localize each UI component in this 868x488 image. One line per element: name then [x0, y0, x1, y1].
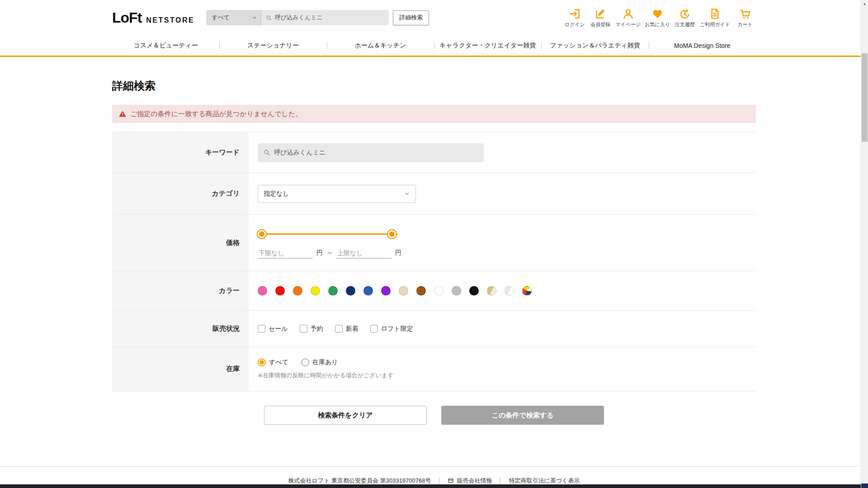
- user-menu-cart[interactable]: カート: [734, 8, 756, 28]
- nav-item[interactable]: コスメ＆ビューティー: [112, 35, 219, 56]
- color-swatch-green[interactable]: [328, 286, 338, 296]
- footer-link-company-info[interactable]: 販売会社情報: [448, 477, 492, 485]
- price-separator: ～: [326, 249, 333, 257]
- stock-row: 在庫 すべて 在庫あり ※在庫情報の反映に時間がかかる場合がございます: [112, 347, 756, 391]
- header-search-field[interactable]: [261, 10, 389, 25]
- checkbox-label: ロフト限定: [381, 325, 413, 333]
- no-results-alert: ご指定の条件に一致する商品が見つかりませんでした。: [112, 105, 756, 123]
- color-label: カラー: [112, 271, 249, 310]
- checkbox-icon: [258, 325, 265, 333]
- user-menu-mypage[interactable]: マイページ: [615, 8, 641, 28]
- register-icon: [594, 8, 607, 20]
- checkbox-label: セール: [269, 325, 288, 333]
- category-select[interactable]: 指定なし: [258, 185, 416, 203]
- keyword-input[interactable]: [274, 149, 478, 156]
- user-menu: ログイン 会員登録 マイページ お気に入り 注文履歴 ご利用ガイド カート: [564, 8, 756, 28]
- price-label: 価格: [112, 215, 249, 271]
- status-checkbox-新着[interactable]: 新着: [335, 325, 359, 333]
- warning-icon: [118, 110, 127, 118]
- nav-item[interactable]: ファッション＆バラエティ雑貨: [541, 35, 648, 56]
- user-menu-history[interactable]: 注文履歴: [674, 8, 696, 28]
- user-menu-label: ログイン: [565, 21, 585, 28]
- status-checkbox-セール[interactable]: セール: [258, 325, 288, 333]
- search-category-select[interactable]: すべて: [206, 10, 261, 25]
- header-search-bar: すべて 詳細検索: [206, 10, 429, 25]
- search-category-value: すべて: [212, 14, 230, 22]
- color-swatch-yellow[interactable]: [311, 286, 320, 296]
- radio-icon: [301, 358, 309, 366]
- price-slider-max-handle[interactable]: [388, 230, 396, 238]
- color-swatch-blue[interactable]: [363, 286, 373, 296]
- price-slider-track: [258, 233, 398, 235]
- color-swatch-silver[interactable]: [505, 286, 514, 296]
- keyword-field[interactable]: [258, 143, 484, 162]
- search-icon: [263, 149, 270, 156]
- user-menu-label: ご利用ガイド: [700, 21, 730, 28]
- price-range-slider[interactable]: [258, 229, 398, 239]
- scrollbar-up-arrow[interactable]: ▲: [861, 0, 868, 7]
- scrollbar-corner: [861, 483, 868, 488]
- search-submit-button[interactable]: この条件で検索する: [441, 406, 604, 425]
- user-menu-label: 会員登録: [590, 21, 610, 28]
- nav-item[interactable]: MoMA Design Store: [649, 35, 756, 56]
- stock-note: ※在庫情報の反映に時間がかかる場合がございます: [258, 371, 756, 380]
- price-min-input[interactable]: [258, 248, 313, 258]
- checkbox-icon: [370, 325, 378, 333]
- color-swatch-gold[interactable]: [487, 286, 496, 296]
- color-swatch-white[interactable]: [434, 286, 443, 296]
- detail-search-button[interactable]: 詳細検索: [393, 10, 429, 25]
- price-unit-label: 円: [316, 249, 323, 257]
- footer-link-tokushoho[interactable]: 特定商取引法に基づく表示: [509, 477, 580, 485]
- user-menu-login[interactable]: ログイン: [564, 8, 585, 28]
- radio-icon: [258, 358, 266, 366]
- scrollbar-thumb[interactable]: [862, 53, 868, 142]
- user-menu-guide[interactable]: ご利用ガイド: [700, 8, 730, 28]
- chevron-down-icon: [252, 15, 257, 20]
- nav-item[interactable]: ホーム＆キッチン: [327, 35, 434, 56]
- color-swatch-pink[interactable]: [258, 286, 267, 296]
- clear-conditions-button[interactable]: 検索条件をクリア: [264, 406, 427, 425]
- checkbox-label: 予約: [311, 325, 323, 333]
- radio-label: すべて: [269, 358, 288, 366]
- category-select-value: 指定なし: [264, 190, 289, 198]
- checkbox-icon: [335, 325, 343, 333]
- loft-logo[interactable]: LoFt NETSTORE: [112, 9, 194, 26]
- color-swatch-black[interactable]: [469, 286, 479, 296]
- price-unit-label: 円: [395, 249, 401, 257]
- page-title: 詳細検索: [112, 79, 756, 93]
- price-slider-min-handle[interactable]: [258, 230, 266, 238]
- color-swatch-navy[interactable]: [346, 286, 355, 296]
- stock-radio-在庫あり[interactable]: 在庫あり: [301, 358, 338, 366]
- nav-item[interactable]: キャラクター・クリエイター雑貨: [434, 35, 541, 56]
- stock-options: すべて 在庫あり: [258, 358, 756, 366]
- price-max-input[interactable]: [336, 248, 392, 258]
- nav-item[interactable]: ステーショナリー: [219, 35, 326, 56]
- sales-status-row: 販売状況 セール 予約 新着 ロフト限定: [112, 311, 756, 347]
- color-swatch-brown[interactable]: [416, 286, 426, 296]
- logo-loft-text: LoFt: [112, 9, 142, 26]
- stock-radio-すべて[interactable]: すべて: [258, 358, 288, 366]
- color-swatch-purple[interactable]: [381, 286, 391, 296]
- logo-netstore-text: NETSTORE: [146, 16, 194, 24]
- checkbox-icon: [300, 325, 307, 333]
- status-checkbox-予約[interactable]: 予約: [300, 325, 323, 333]
- bottom-dark-bar: [0, 484, 868, 488]
- history-icon: [679, 8, 691, 20]
- status-checkbox-ロフト限定[interactable]: ロフト限定: [370, 325, 413, 333]
- price-inputs: 円 ～ 円: [258, 248, 756, 258]
- scrollbar[interactable]: ▲: [861, 0, 868, 488]
- color-swatch-orange[interactable]: [293, 286, 302, 296]
- color-swatch-red[interactable]: [275, 286, 285, 296]
- user-menu-label: マイページ: [615, 21, 641, 28]
- color-swatch-multicolor[interactable]: [522, 286, 532, 296]
- user-menu-favorite[interactable]: お気に入り: [645, 8, 670, 28]
- category-label: カテゴリ: [112, 173, 249, 214]
- header-search-input[interactable]: [275, 14, 384, 21]
- user-menu-register[interactable]: 会員登録: [590, 8, 611, 28]
- favorite-icon: [651, 8, 664, 20]
- main-content: 詳細検索 ご指定の条件に一致する商品が見つかりませんでした。 キーワード カテゴ…: [112, 57, 756, 425]
- color-swatch-beige[interactable]: [399, 286, 408, 296]
- color-swatch-gray[interactable]: [452, 286, 461, 296]
- stock-label: 在庫: [112, 347, 249, 391]
- footer-company-text: 株式会社ロフト 東京都公安委員会 第303319700768号: [288, 477, 431, 485]
